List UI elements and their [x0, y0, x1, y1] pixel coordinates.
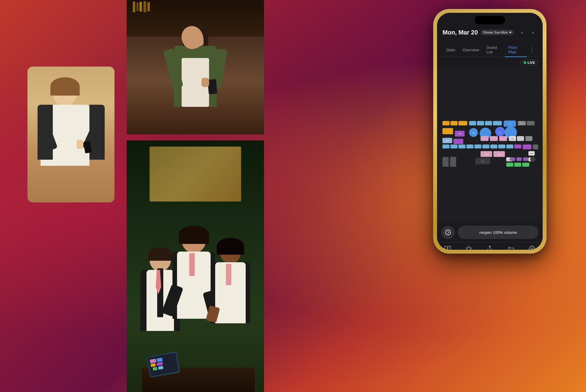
app-date: Mon, Mar 20 Dinner Sun-Mon: [443, 29, 514, 36]
table-blue-2[interactable]: [477, 121, 484, 125]
table-yellow-1[interactable]: [443, 121, 450, 125]
table-blue-1[interactable]: [469, 121, 476, 125]
floor-plan-svg: • 125 347: [439, 69, 541, 221]
next-arrow[interactable]: ›: [529, 28, 537, 37]
svg-marker-16: [466, 246, 472, 250]
clock-button[interactable]: [441, 226, 455, 239]
app-tabs: Stats Overview Guest List Floor Plan ⋮: [437, 43, 543, 57]
table-green-1[interactable]: [506, 163, 513, 167]
phone-notch: [475, 16, 505, 24]
svg-text:658: 658: [481, 161, 484, 162]
row4-t3[interactable]: [458, 144, 465, 148]
table-purple-s2[interactable]: [516, 157, 522, 161]
table-green-3[interactable]: [522, 163, 529, 167]
row4-t8[interactable]: [498, 144, 505, 148]
table-green-2[interactable]: [514, 163, 521, 167]
date-row: Mon, Mar 20 Dinner Sun-Mon ‹ ›: [443, 28, 537, 37]
service-badge[interactable]: Dinner Sun-Mon: [480, 30, 514, 35]
table-pink-1[interactable]: [481, 136, 489, 141]
svg-text:641: 641: [530, 153, 533, 154]
tab-stats[interactable]: Stats: [443, 45, 459, 55]
photo-left-small: [27, 67, 114, 202]
table-tall-2[interactable]: [450, 157, 456, 167]
nav-settings[interactable]: [526, 245, 538, 250]
prev-arrow[interactable]: ‹: [518, 28, 526, 37]
svg-point-18: [531, 248, 533, 250]
row4-t1[interactable]: [443, 144, 450, 148]
table-pink-3[interactable]: [499, 136, 507, 141]
app-bottom-bar: reopen 100% volume: [437, 223, 543, 242]
row4-t9[interactable]: [506, 144, 513, 148]
date-display: Mon, Mar 20: [443, 29, 478, 36]
phone-mockup: Mon, Mar 20 Dinner Sun-Mon ‹ › Stats Ove…: [433, 9, 546, 376]
live-label: LIVE: [528, 61, 535, 64]
tab-guest-list[interactable]: Guest List: [483, 43, 505, 57]
table-tall-1[interactable]: [443, 157, 449, 167]
nav-book[interactable]: [441, 245, 454, 250]
table-blue-4[interactable]: [493, 121, 502, 125]
svg-text:125: 125: [472, 132, 475, 134]
photo-top-center: [127, 0, 264, 134]
service-label: Dinner Sun-Mon: [483, 31, 508, 34]
svg-text:590: 590: [458, 133, 461, 135]
nav-star[interactable]: [462, 245, 475, 250]
table-purple-2[interactable]: [454, 139, 463, 144]
table-yellow-big[interactable]: [443, 128, 453, 134]
row4-t2[interactable]: [450, 144, 458, 148]
svg-text:195: 195: [508, 123, 511, 125]
nav-share[interactable]: [483, 245, 496, 250]
table-yellow-2[interactable]: [450, 121, 458, 125]
row4-t12[interactable]: [533, 144, 538, 149]
tab-more-icon[interactable]: ⋮: [527, 45, 537, 54]
phone-screen: Mon, Mar 20 Dinner Sun-Mon ‹ › Stats Ove…: [437, 13, 543, 250]
row4-t11[interactable]: [523, 144, 531, 149]
table-blue-3[interactable]: [485, 121, 492, 125]
svg-text:347: 347: [499, 132, 502, 133]
table-yellow-3[interactable]: [458, 121, 467, 125]
live-indicator-dot: [524, 61, 526, 64]
chevron-down-icon: [509, 32, 512, 33]
floor-plan-area[interactable]: • 125 347: [437, 67, 543, 223]
table-purple-s1[interactable]: [510, 157, 515, 161]
svg-text:●: ●: [532, 159, 534, 161]
nav-megaphone[interactable]: [505, 245, 517, 250]
phone-frame: Mon, Mar 20 Dinner Sun-Mon ‹ › Stats Ove…: [433, 9, 546, 253]
row4-t10[interactable]: [514, 144, 521, 148]
row4-t5[interactable]: [474, 144, 481, 148]
svg-text:236: 236: [520, 122, 523, 124]
table-purple-s3[interactable]: [523, 157, 528, 161]
tab-floor-plan[interactable]: Floor Plan: [505, 43, 527, 57]
row4-t6[interactable]: [482, 144, 489, 148]
app-nav-bar: [437, 242, 543, 250]
tab-overview[interactable]: Overview: [459, 45, 483, 55]
table-white-2[interactable]: [517, 136, 524, 141]
live-badge-container: LIVE: [437, 57, 543, 67]
row4-t4[interactable]: [466, 144, 473, 148]
live-badge: LIVE: [520, 60, 538, 66]
table-gray-3[interactable]: [525, 136, 532, 141]
reopen-button[interactable]: reopen 100% volume: [458, 226, 538, 239]
svg-text:540: 540: [485, 154, 488, 155]
table-gray-2[interactable]: [527, 121, 535, 125]
svg-text:255: 255: [511, 138, 514, 140]
svg-text:417: 417: [446, 140, 449, 142]
reopen-label: reopen 100% volume: [479, 230, 517, 235]
svg-text:542: 542: [498, 154, 501, 155]
photo-bottom-center: [127, 140, 264, 392]
nav-arrows: ‹ ›: [518, 28, 537, 37]
table-pink-2[interactable]: [490, 136, 498, 141]
row4-t7[interactable]: [490, 144, 497, 148]
